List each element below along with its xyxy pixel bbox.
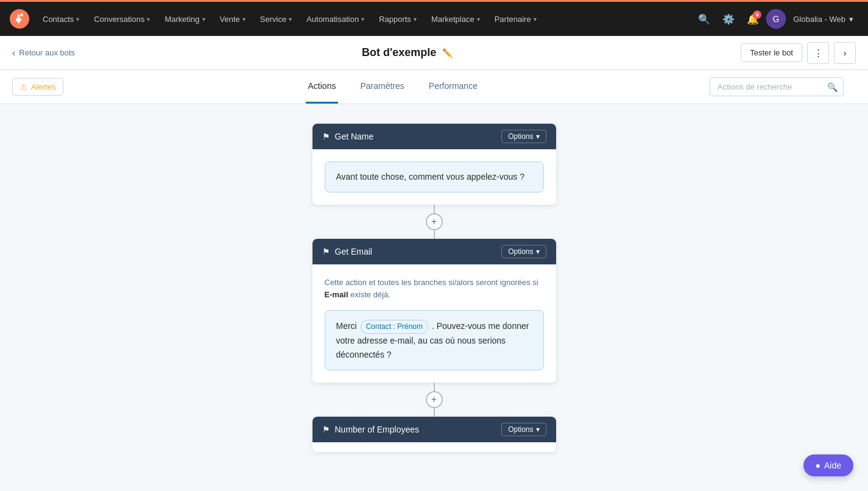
connector-2: + (426, 383, 443, 417)
nav-marketplace[interactable]: Marketplace ▾ (425, 11, 486, 27)
email-bold-text: E-mail (325, 290, 348, 299)
alert-button-wrap: ⚠ Alertes (12, 78, 63, 96)
more-options-button[interactable]: ⋮ (807, 42, 829, 64)
number-of-employees-node: ⚑ Number of Employees Options ▾ (312, 417, 556, 452)
search-actions-input[interactable] (710, 77, 844, 96)
nav-user-chevron: ▾ (849, 15, 853, 24)
top-nav: Contacts ▾ Conversations ▾ Marketing ▾ V… (0, 2, 868, 36)
get-email-info: Cette action et toutes les branches si/a… (325, 277, 544, 300)
edit-title-icon[interactable]: ✏️ (441, 47, 454, 59)
options-chevron-3: ▾ (536, 425, 540, 434)
get-name-message-bubble[interactable]: Avant toute chose, comment vous appelez-… (325, 161, 544, 193)
nav-icon-group: 🔍 ⚙️ 🔔 6 G Globalia - Web ▾ (693, 8, 858, 30)
connector-line-top-1 (434, 205, 435, 213)
nav-automatisation[interactable]: Automatisation ▾ (300, 11, 370, 27)
help-label: Aide (824, 461, 841, 470)
get-name-message-text: Avant toute chose, comment vous appelez-… (336, 172, 524, 182)
nav-service[interactable]: Service ▾ (254, 11, 298, 27)
tab-performance[interactable]: Performance (426, 70, 480, 104)
get-name-node: ⚑ Get Name Options ▾ Avant toute chose, … (312, 124, 556, 205)
settings-icon-btn[interactable]: ⚙️ (718, 8, 739, 30)
help-button[interactable]: ● Aide (803, 454, 854, 476)
tab-actions[interactable]: Actions (306, 70, 339, 104)
node-partial-bottom (312, 442, 556, 452)
connector-1: + (426, 205, 443, 239)
title-area: Bot d'exemple ✏️ (85, 46, 731, 59)
test-bot-button[interactable]: Tester le bot (741, 43, 802, 62)
number-of-employees-options-button[interactable]: Options ▾ (501, 423, 546, 436)
subheader-action-buttons: Tester le bot ⋮ › (741, 42, 856, 64)
connector-line-bottom-2 (434, 408, 435, 417)
add-step-button-1[interactable]: + (426, 213, 443, 230)
orange-top-bar (0, 0, 868, 2)
get-email-title: Get Email (335, 247, 372, 256)
nav-contacts[interactable]: Contacts ▾ (37, 11, 85, 27)
automatisation-chevron: ▾ (361, 16, 364, 23)
get-email-node-body: Cette action et toutes les branches si/a… (312, 264, 556, 383)
node-icon-flag-3: ⚑ (322, 425, 330, 434)
hubspot-logo[interactable] (10, 9, 29, 29)
conversations-chevron: ▾ (147, 16, 150, 23)
back-arrow-icon: ‹ (12, 48, 15, 58)
node-icon-flag: ⚑ (322, 132, 330, 141)
options-chevron: ▾ (536, 132, 540, 141)
alerts-button[interactable]: ⚠ Alertes (12, 78, 63, 96)
rapports-chevron: ▾ (414, 16, 417, 23)
nav-vente[interactable]: Vente ▾ (214, 11, 252, 27)
connector-line-top-2 (434, 383, 435, 391)
nav-user-menu[interactable]: Globalia - Web ▾ (788, 11, 858, 27)
back-label: Retour aux bots (19, 48, 75, 57)
nav-user-label: Globalia - Web (793, 15, 845, 24)
help-icon: ● (816, 461, 820, 470)
nav-marketing[interactable]: Marketing ▾ (158, 11, 211, 27)
get-name-options-button[interactable]: Options ▾ (501, 130, 546, 143)
nav-rapports[interactable]: Rapports ▾ (373, 11, 423, 27)
get-name-node-header: ⚑ Get Name Options ▾ (312, 124, 556, 149)
partenaire-chevron: ▾ (534, 16, 537, 23)
vente-chevron: ▾ (242, 16, 245, 23)
search-icon-btn[interactable]: 🔍 (693, 8, 715, 30)
search-actions-area: 🔍 (710, 77, 844, 96)
bot-canvas: ⚑ Get Name Options ▾ Avant toute chose, … (0, 104, 868, 491)
get-email-message-bubble[interactable]: Merci Contact : Prénom . Pouvez-vous me … (325, 310, 544, 370)
connector-line-bottom-1 (434, 230, 435, 239)
avatar[interactable]: G (766, 9, 786, 29)
contacts-chevron: ▾ (76, 16, 79, 23)
back-to-bots-button[interactable]: ‹ Retour aux bots (12, 48, 75, 58)
notification-badge: 6 (753, 10, 761, 19)
contact-prenom-token[interactable]: Contact : Prénom (361, 320, 428, 334)
message-merci: Merci (336, 321, 357, 331)
get-email-options-button[interactable]: Options ▾ (501, 245, 546, 258)
nav-conversations[interactable]: Conversations ▾ (88, 11, 156, 27)
tabs-bar: ⚠ Alertes Actions Paramètres Performance… (0, 70, 868, 104)
get-name-title: Get Name (335, 132, 374, 141)
alert-icon: ⚠ (20, 82, 27, 91)
svg-point-1 (20, 13, 23, 16)
alerts-label: Alertes (31, 82, 55, 91)
secondary-action-button[interactable]: › (834, 42, 856, 64)
svg-text:G: G (773, 14, 780, 24)
options-chevron-2: ▾ (536, 247, 540, 256)
get-email-node: ⚑ Get Email Options ▾ Cette action et to… (312, 239, 556, 383)
tabs-group: Actions Paramètres Performance (63, 70, 722, 104)
page-title: Bot d'exemple (362, 46, 436, 59)
tab-parametres[interactable]: Paramètres (358, 70, 406, 104)
marketing-chevron: ▾ (202, 16, 205, 23)
subheader: ‹ Retour aux bots Bot d'exemple ✏️ Teste… (0, 36, 868, 70)
number-of-employees-header: ⚑ Number of Employees Options ▾ (312, 417, 556, 442)
notifications-icon-btn[interactable]: 🔔 6 (742, 8, 764, 30)
add-step-button-2[interactable]: + (426, 391, 443, 408)
get-email-node-header: ⚑ Get Email Options ▾ (312, 239, 556, 264)
get-name-node-body: Avant toute chose, comment vous appelez-… (312, 149, 556, 205)
nav-partenaire[interactable]: Partenaire ▾ (489, 11, 543, 27)
marketplace-chevron: ▾ (477, 16, 480, 23)
node-icon-flag-2: ⚑ (322, 247, 330, 256)
number-of-employees-title: Number of Employees (335, 425, 420, 434)
service-chevron: ▾ (289, 16, 292, 23)
